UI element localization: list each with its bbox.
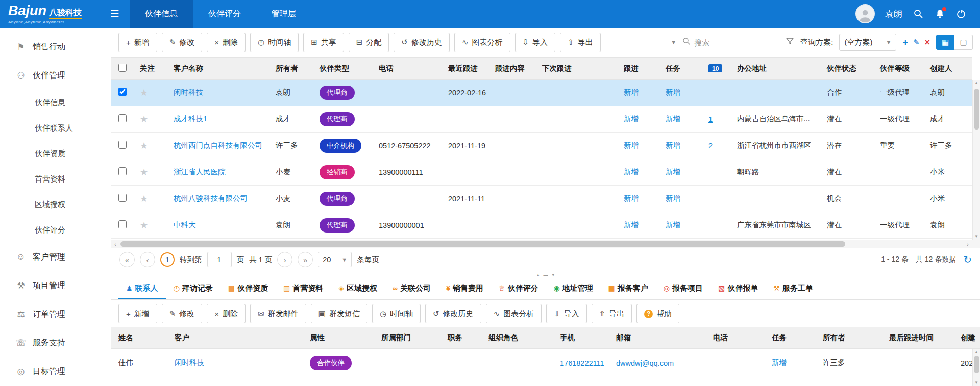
contact-email-link[interactable]: dwwdwj@qq.com bbox=[616, 359, 674, 367]
contact-task-link[interactable]: 新增 bbox=[772, 358, 787, 367]
follow-link[interactable]: 新增 bbox=[624, 168, 639, 176]
customer-name-link[interactable]: 杭州西门点自科技有限公司 bbox=[174, 141, 262, 149]
scroll-down-icon[interactable]: ▼ bbox=[974, 234, 978, 239]
column-partner-status[interactable]: 伙伴状态 bbox=[820, 64, 873, 73]
scroll-right-icon[interactable]: › bbox=[964, 240, 972, 248]
table-row[interactable]: 杭州八骏科技有限公司 小麦 代理商 2021-11-11 新增 新增 机会 bbox=[111, 186, 972, 212]
export-button[interactable]: ⇧ 导出 bbox=[560, 33, 601, 52]
sidebar-item-first-camp-data[interactable]: 首营资料 bbox=[0, 166, 111, 192]
customer-name-link[interactable]: 成才科技1 bbox=[174, 115, 207, 123]
contact-add-button[interactable]: + 新增 bbox=[118, 304, 157, 323]
follow-link[interactable]: 新增 bbox=[624, 194, 639, 202]
task-count-header-badge[interactable]: 10 bbox=[708, 64, 722, 72]
column-follow-star[interactable]: 关注 bbox=[133, 64, 166, 73]
sidebar-item-service-support[interactable]: ☏ 服务支持 bbox=[0, 328, 111, 357]
detail-tab-service-ticket[interactable]: ⚒ 服务工单 bbox=[766, 278, 821, 299]
task-count-link[interactable]: 2 bbox=[708, 142, 713, 150]
detail-tab-partner-order[interactable]: ▧ 伙伴报单 bbox=[710, 278, 766, 299]
menu-toggle-icon[interactable]: ☰ bbox=[110, 8, 119, 20]
grid-view-toggle[interactable]: ▦ bbox=[936, 35, 954, 50]
assign-button[interactable]: ⊟ 分配 bbox=[349, 33, 389, 52]
filter-funnel-icon[interactable] bbox=[786, 37, 794, 47]
sidebar-item-region-authorization[interactable]: 区域授权 bbox=[0, 192, 111, 217]
column-contact-org-role[interactable]: 组织角色 bbox=[481, 333, 553, 343]
top-tab-partner-score[interactable]: 伙伴评分 bbox=[193, 0, 256, 28]
contact-edit-button[interactable]: ✎ 修改 bbox=[162, 304, 203, 323]
share-button[interactable]: ⊞ 共享 bbox=[303, 33, 344, 52]
sidebar-item-partner-info[interactable]: 伙伴信息 bbox=[0, 90, 111, 115]
search-input[interactable] bbox=[694, 38, 771, 47]
column-owner[interactable]: 所有者 bbox=[268, 64, 312, 73]
refresh-icon[interactable]: ↻ bbox=[963, 253, 972, 266]
sidebar-item-project-management[interactable]: ⚒ 项目管理 bbox=[0, 271, 111, 300]
column-phone[interactable]: 电话 bbox=[372, 64, 441, 73]
detail-tab-contacts[interactable]: ♟ 联系人 bbox=[118, 278, 166, 299]
sidebar-item-partner-contacts[interactable]: 伙伴联系人 bbox=[0, 115, 111, 141]
task-link[interactable]: 新增 bbox=[666, 88, 680, 96]
task-link[interactable]: 新增 bbox=[666, 115, 680, 123]
column-contact-created[interactable]: 创建 bbox=[953, 333, 980, 343]
column-contact-phone[interactable]: 电话 bbox=[706, 333, 765, 343]
follow-link[interactable]: 新增 bbox=[624, 88, 639, 96]
table-row[interactable]: 闲时科技 袁朗 代理商 2022-02-16 新增 新增 合作 一级代理 袁朗 bbox=[111, 80, 972, 106]
sidebar-item-partner-management[interactable]: ⚇ 伙伴管理 bbox=[0, 61, 111, 90]
detail-tab-sales-expense[interactable]: ¥ 销售费用 bbox=[438, 278, 491, 299]
splitter-up-icon[interactable]: ▴ bbox=[537, 272, 540, 277]
column-office-address[interactable]: 办公地址 bbox=[730, 64, 820, 73]
avatar[interactable] bbox=[855, 4, 875, 23]
star-icon[interactable] bbox=[140, 114, 148, 124]
follow-link[interactable]: 新增 bbox=[624, 141, 639, 149]
detail-tab-address-management[interactable]: ◉ 地址管理 bbox=[546, 278, 600, 299]
detail-tab-visit-records[interactable]: ◷ 拜访记录 bbox=[166, 278, 220, 299]
detail-tab-partner-score[interactable]: ♕ 伙伴评分 bbox=[491, 278, 546, 299]
sidebar-item-partner-score[interactable]: 伙伴评分 bbox=[0, 217, 111, 243]
table-row[interactable]: 杭州西门点自科技有限公司 许三多 中介机构 0512-67505222 2021… bbox=[111, 133, 972, 159]
add-button[interactable]: + 新增 bbox=[118, 33, 157, 52]
chart-analysis-button[interactable]: ∿ 图表分析 bbox=[454, 33, 510, 52]
next-page-button[interactable]: › bbox=[277, 252, 292, 267]
column-settings-caret-icon[interactable]: ▼ bbox=[671, 39, 676, 45]
power-icon[interactable] bbox=[955, 8, 967, 19]
detail-tab-report-customer[interactable]: ▦ 报备客户 bbox=[601, 278, 656, 299]
task-link[interactable]: 新增 bbox=[666, 221, 680, 229]
customer-name-link[interactable]: 浙江省人民医院 bbox=[174, 168, 226, 176]
follow-link[interactable]: 新增 bbox=[624, 221, 639, 229]
detail-tab-qualification[interactable]: ▤ 伙伴资质 bbox=[220, 278, 276, 299]
sidebar-item-customer-management[interactable]: ☺ 客户管理 bbox=[0, 243, 111, 271]
column-contact-name[interactable]: 姓名 bbox=[111, 333, 167, 343]
user-name[interactable]: 袁朗 bbox=[885, 8, 902, 20]
detail-tab-first-camp-data[interactable]: ▥ 首营资料 bbox=[276, 278, 331, 299]
task-link[interactable]: 新增 bbox=[666, 141, 680, 149]
contact-row[interactable]: 佳伟 闲时科技 合作伙伴 17618222111 dwwdwj@qq.com 新… bbox=[111, 349, 980, 377]
task-link[interactable]: 新增 bbox=[666, 168, 680, 176]
follow-link[interactable]: 新增 bbox=[624, 115, 639, 123]
edit-history-button[interactable]: ↺ 修改历史 bbox=[394, 33, 450, 52]
bulk-sms-button[interactable]: ▣ 群发短信 bbox=[311, 304, 368, 323]
row-checkbox[interactable] bbox=[118, 220, 127, 228]
scrollbar-thumb[interactable] bbox=[974, 89, 979, 130]
horizontal-scrollbar-thumb[interactable] bbox=[120, 241, 845, 247]
star-icon[interactable] bbox=[140, 220, 148, 230]
import-button[interactable]: ⇩ 导入 bbox=[515, 33, 556, 52]
task-count-link[interactable]: 1 bbox=[708, 115, 713, 123]
goto-page-input[interactable] bbox=[207, 252, 232, 267]
splitter-bar-icon[interactable]: ▬ bbox=[544, 272, 548, 277]
column-contact-email[interactable]: 邮箱 bbox=[609, 333, 706, 343]
column-task[interactable]: 任务 bbox=[658, 64, 701, 73]
column-contact-customer[interactable]: 客户 bbox=[167, 333, 303, 343]
column-recent-follow[interactable]: 最近跟进 bbox=[441, 64, 488, 73]
column-contact-last-follow[interactable]: 最后跟进时间 bbox=[882, 333, 953, 343]
star-icon[interactable] bbox=[140, 141, 148, 151]
query-delete-icon[interactable]: × bbox=[924, 37, 930, 48]
customer-name-link[interactable]: 杭州八骏科技有限公司 bbox=[174, 194, 248, 202]
contact-chart-button[interactable]: ∿ 图表分析 bbox=[486, 304, 542, 323]
detail-tab-region-auth[interactable]: ◈ 区域授权 bbox=[331, 278, 385, 299]
column-contact-department[interactable]: 所属部门 bbox=[374, 333, 440, 343]
select-all-checkbox[interactable] bbox=[118, 64, 127, 72]
column-contact-title[interactable]: 职务 bbox=[440, 333, 481, 343]
task-link[interactable]: 新增 bbox=[666, 194, 680, 202]
detail-tab-related-companies[interactable]: ∞ 关联公司 bbox=[385, 278, 438, 299]
column-customer-name[interactable]: 客户名称 bbox=[166, 64, 268, 73]
prev-page-button[interactable]: ‹ bbox=[140, 252, 155, 267]
column-contact-task[interactable]: 任务 bbox=[765, 333, 816, 343]
